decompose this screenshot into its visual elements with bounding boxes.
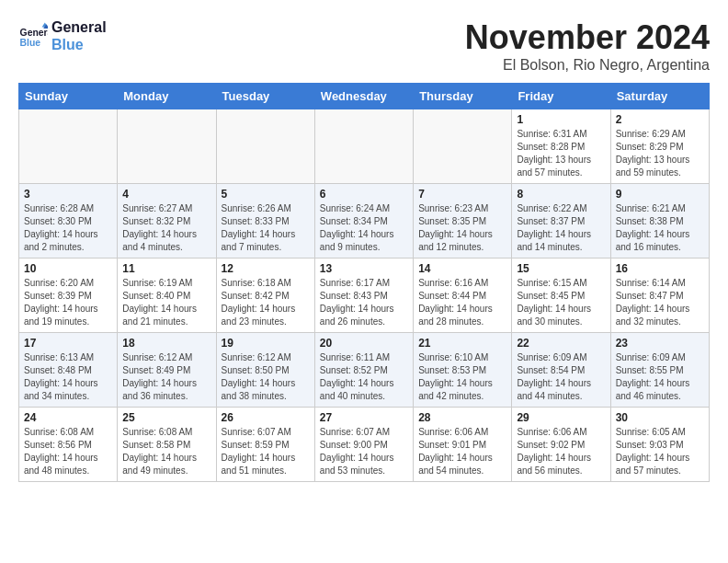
day-info: Sunrise: 6:16 AM Sunset: 8:44 PM Dayligh… bbox=[418, 277, 506, 328]
calendar-cell bbox=[414, 109, 512, 184]
day-number: 17 bbox=[24, 337, 112, 350]
calendar-cell: 27Sunrise: 6:07 AM Sunset: 9:00 PM Dayli… bbox=[314, 408, 413, 482]
day-info: Sunrise: 6:26 AM Sunset: 8:33 PM Dayligh… bbox=[222, 202, 310, 254]
day-number: 26 bbox=[222, 411, 310, 424]
day-info: Sunrise: 6:22 AM Sunset: 8:37 PM Dayligh… bbox=[517, 202, 605, 254]
day-info: Sunrise: 6:06 AM Sunset: 9:02 PM Dayligh… bbox=[517, 426, 605, 477]
weekday-header-friday: Friday bbox=[512, 84, 610, 109]
day-number: 15 bbox=[517, 262, 605, 275]
location-title: El Bolson, Rio Negro, Argentina bbox=[465, 57, 710, 74]
logo: General Blue General Blue bbox=[18, 18, 107, 53]
day-number: 8 bbox=[517, 188, 605, 201]
calendar-cell: 24Sunrise: 6:08 AM Sunset: 8:56 PM Dayli… bbox=[19, 408, 118, 482]
day-number: 30 bbox=[616, 411, 704, 424]
calendar-cell: 23Sunrise: 6:09 AM Sunset: 8:55 PM Dayli… bbox=[610, 333, 709, 408]
day-number: 19 bbox=[222, 337, 310, 350]
weekday-header-sunday: Sunday bbox=[19, 84, 118, 109]
calendar-cell: 20Sunrise: 6:11 AM Sunset: 8:52 PM Dayli… bbox=[314, 333, 413, 408]
day-info: Sunrise: 6:08 AM Sunset: 8:56 PM Dayligh… bbox=[24, 426, 112, 477]
calendar-cell: 21Sunrise: 6:10 AM Sunset: 8:53 PM Dayli… bbox=[414, 333, 512, 408]
day-info: Sunrise: 6:08 AM Sunset: 8:58 PM Dayligh… bbox=[122, 426, 210, 477]
day-info: Sunrise: 6:12 AM Sunset: 8:50 PM Dayligh… bbox=[222, 351, 310, 403]
day-info: Sunrise: 6:13 AM Sunset: 8:48 PM Dayligh… bbox=[24, 351, 112, 403]
month-title: November 2024 bbox=[465, 18, 710, 57]
day-number: 13 bbox=[320, 262, 408, 275]
day-number: 5 bbox=[222, 188, 310, 201]
day-number: 2 bbox=[616, 113, 704, 126]
calendar-cell bbox=[216, 109, 314, 184]
title-area: November 2024 El Bolson, Rio Negro, Arge… bbox=[465, 18, 710, 74]
calendar-week-5: 24Sunrise: 6:08 AM Sunset: 8:56 PM Dayli… bbox=[19, 408, 710, 482]
day-info: Sunrise: 6:12 AM Sunset: 8:49 PM Dayligh… bbox=[122, 351, 210, 403]
page-header: General Blue General Blue November 2024 … bbox=[18, 18, 710, 74]
day-number: 1 bbox=[517, 113, 605, 126]
calendar-cell: 22Sunrise: 6:09 AM Sunset: 8:54 PM Dayli… bbox=[512, 333, 610, 408]
day-number: 12 bbox=[222, 262, 310, 275]
day-info: Sunrise: 6:09 AM Sunset: 8:54 PM Dayligh… bbox=[517, 351, 605, 403]
day-number: 28 bbox=[418, 411, 506, 424]
day-info: Sunrise: 6:28 AM Sunset: 8:30 PM Dayligh… bbox=[24, 202, 112, 254]
day-info: Sunrise: 6:18 AM Sunset: 8:42 PM Dayligh… bbox=[222, 277, 310, 328]
calendar-cell bbox=[19, 109, 118, 184]
calendar-cell: 15Sunrise: 6:15 AM Sunset: 8:45 PM Dayli… bbox=[512, 259, 610, 333]
calendar-cell: 26Sunrise: 6:07 AM Sunset: 8:59 PM Dayli… bbox=[216, 408, 314, 482]
calendar-week-4: 17Sunrise: 6:13 AM Sunset: 8:48 PM Dayli… bbox=[19, 333, 710, 408]
day-number: 3 bbox=[24, 188, 112, 201]
calendar-week-1: 1Sunrise: 6:31 AM Sunset: 8:28 PM Daylig… bbox=[19, 109, 710, 184]
calendar-cell: 6Sunrise: 6:24 AM Sunset: 8:34 PM Daylig… bbox=[314, 184, 413, 259]
day-info: Sunrise: 6:27 AM Sunset: 8:32 PM Dayligh… bbox=[122, 202, 210, 254]
svg-text:General: General bbox=[20, 28, 48, 38]
calendar-table: SundayMondayTuesdayWednesdayThursdayFrid… bbox=[18, 83, 710, 482]
calendar-cell: 1Sunrise: 6:31 AM Sunset: 8:28 PM Daylig… bbox=[512, 109, 610, 184]
calendar-cell: 12Sunrise: 6:18 AM Sunset: 8:42 PM Dayli… bbox=[216, 259, 314, 333]
day-number: 29 bbox=[517, 411, 605, 424]
calendar-cell: 8Sunrise: 6:22 AM Sunset: 8:37 PM Daylig… bbox=[512, 184, 610, 259]
calendar-cell: 29Sunrise: 6:06 AM Sunset: 9:02 PM Dayli… bbox=[512, 408, 610, 482]
day-number: 6 bbox=[320, 188, 408, 201]
day-number: 23 bbox=[616, 337, 704, 350]
day-number: 16 bbox=[616, 262, 704, 275]
calendar-cell: 5Sunrise: 6:26 AM Sunset: 8:33 PM Daylig… bbox=[216, 184, 314, 259]
day-info: Sunrise: 6:15 AM Sunset: 8:45 PM Dayligh… bbox=[517, 277, 605, 328]
weekday-header-wednesday: Wednesday bbox=[314, 84, 413, 109]
weekday-header-row: SundayMondayTuesdayWednesdayThursdayFrid… bbox=[19, 84, 710, 109]
day-number: 24 bbox=[24, 411, 112, 424]
day-info: Sunrise: 6:11 AM Sunset: 8:52 PM Dayligh… bbox=[320, 351, 408, 403]
day-info: Sunrise: 6:14 AM Sunset: 8:47 PM Dayligh… bbox=[616, 277, 704, 328]
day-info: Sunrise: 6:09 AM Sunset: 8:55 PM Dayligh… bbox=[616, 351, 704, 403]
calendar-cell: 19Sunrise: 6:12 AM Sunset: 8:50 PM Dayli… bbox=[216, 333, 314, 408]
logo-line2: Blue bbox=[51, 36, 107, 53]
calendar-week-3: 10Sunrise: 6:20 AM Sunset: 8:39 PM Dayli… bbox=[19, 259, 710, 333]
day-number: 22 bbox=[517, 337, 605, 350]
calendar-cell: 17Sunrise: 6:13 AM Sunset: 8:48 PM Dayli… bbox=[19, 333, 118, 408]
day-number: 18 bbox=[122, 337, 210, 350]
calendar-cell: 16Sunrise: 6:14 AM Sunset: 8:47 PM Dayli… bbox=[610, 259, 709, 333]
day-info: Sunrise: 6:19 AM Sunset: 8:40 PM Dayligh… bbox=[122, 277, 210, 328]
calendar-cell: 11Sunrise: 6:19 AM Sunset: 8:40 PM Dayli… bbox=[118, 259, 216, 333]
day-number: 11 bbox=[122, 262, 210, 275]
calendar-cell: 10Sunrise: 6:20 AM Sunset: 8:39 PM Dayli… bbox=[19, 259, 118, 333]
calendar-cell: 4Sunrise: 6:27 AM Sunset: 8:32 PM Daylig… bbox=[118, 184, 216, 259]
logo-line1: General bbox=[51, 18, 107, 36]
calendar-cell: 25Sunrise: 6:08 AM Sunset: 8:58 PM Dayli… bbox=[118, 408, 216, 482]
calendar-cell: 14Sunrise: 6:16 AM Sunset: 8:44 PM Dayli… bbox=[414, 259, 512, 333]
day-info: Sunrise: 6:31 AM Sunset: 8:28 PM Dayligh… bbox=[517, 128, 605, 179]
calendar-cell: 7Sunrise: 6:23 AM Sunset: 8:35 PM Daylig… bbox=[414, 184, 512, 259]
day-info: Sunrise: 6:17 AM Sunset: 8:43 PM Dayligh… bbox=[320, 277, 408, 328]
calendar-cell: 28Sunrise: 6:06 AM Sunset: 9:01 PM Dayli… bbox=[414, 408, 512, 482]
day-number: 9 bbox=[616, 188, 704, 201]
calendar-cell: 2Sunrise: 6:29 AM Sunset: 8:29 PM Daylig… bbox=[610, 109, 709, 184]
day-info: Sunrise: 6:06 AM Sunset: 9:01 PM Dayligh… bbox=[418, 426, 506, 477]
weekday-header-tuesday: Tuesday bbox=[216, 84, 314, 109]
day-info: Sunrise: 6:07 AM Sunset: 9:00 PM Dayligh… bbox=[320, 426, 408, 477]
day-info: Sunrise: 6:29 AM Sunset: 8:29 PM Dayligh… bbox=[616, 128, 704, 179]
calendar-cell bbox=[118, 109, 216, 184]
svg-text:Blue: Blue bbox=[20, 38, 41, 48]
day-info: Sunrise: 6:20 AM Sunset: 8:39 PM Dayligh… bbox=[24, 277, 112, 328]
day-info: Sunrise: 6:10 AM Sunset: 8:53 PM Dayligh… bbox=[418, 351, 506, 403]
day-number: 4 bbox=[122, 188, 210, 201]
day-number: 27 bbox=[320, 411, 408, 424]
day-number: 14 bbox=[418, 262, 506, 275]
day-info: Sunrise: 6:23 AM Sunset: 8:35 PM Dayligh… bbox=[418, 202, 506, 254]
calendar-cell bbox=[314, 109, 413, 184]
